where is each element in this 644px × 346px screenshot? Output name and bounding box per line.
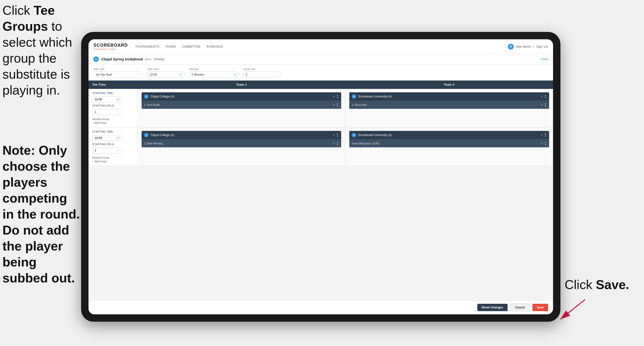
- start-type-label: Start Type: [94, 68, 142, 70]
- player2-controls-1: ✕ ▲ ▼: [540, 102, 547, 107]
- navbar-avatar: B: [508, 44, 514, 50]
- click-save-label: Click Save.: [564, 277, 629, 292]
- hole-arrow-2: ⌃⌄: [116, 149, 120, 152]
- tee-group-2: STARTING TIME: 10:05 🕐 STARTING HOLE: 1 …: [88, 127, 553, 166]
- note-text: Note: Only choose the players competing …: [2, 142, 81, 286]
- team1-controls-1: ✕ ▲ ▼: [332, 94, 339, 99]
- save-bold: Save.: [596, 278, 629, 292]
- team2-name-2: Scoreboard University (A): [358, 133, 538, 137]
- start-time-field: Start Time 10:00 🕐: [148, 68, 184, 78]
- team1-card-1[interactable]: C Clippd College (A) ✕ ▲ ▼: [142, 92, 341, 109]
- nav-teams[interactable]: TEAMS: [165, 45, 176, 48]
- nav-tournaments[interactable]: TOURNAMENTS: [135, 45, 159, 48]
- player2-remove-1[interactable]: ✕: [540, 103, 543, 107]
- time-clock-2: 🕐: [116, 136, 120, 140]
- team2-cell-2: S Scoreboard University (A) ✕ ▲ ▼: [345, 127, 553, 166]
- start-time-label: Start Time: [148, 68, 184, 70]
- player1-remove-1[interactable]: ✕: [332, 103, 335, 107]
- player2-arrows-2[interactable]: ▲ ▼: [544, 141, 547, 146]
- navbar-signout[interactable]: Sign out: [536, 45, 548, 48]
- team2-card-2[interactable]: S Scoreboard University (A) ✕ ▲ ▼: [349, 131, 549, 147]
- save-button[interactable]: Save: [532, 304, 548, 311]
- col-tee-time: Tee Time: [88, 80, 138, 89]
- add-group-btn-1[interactable]: + Add Group: [92, 122, 134, 124]
- player1-controls-1: ✕ ▲ ▼: [332, 102, 339, 107]
- navbar: SCOREBOARD Powered by clippd TOURNAMENTS…: [88, 39, 553, 54]
- group-size-input[interactable]: 2 ⌃⌄: [243, 71, 280, 78]
- tee-group-1: STARTING TIME: 10:00 🕐 STARTING HOLE: 1 …: [88, 89, 553, 127]
- team2-card-1[interactable]: S Scoreboard University (A) ✕ ▲ ▼: [349, 92, 549, 109]
- breadcrumb-event-name: Clippd Spring Invitational: [101, 57, 143, 61]
- start-time-input[interactable]: 10:00 🕐: [148, 71, 184, 78]
- starting-time-label-2: STARTING TIME:: [92, 130, 134, 133]
- team1-remove-2[interactable]: ✕: [332, 134, 335, 137]
- player2-controls-2: ✕ ▲ ▼: [540, 141, 547, 146]
- start-type-field: Start Type 1st Tee Start ⌃⌄: [94, 68, 142, 78]
- player2-remove-2[interactable]: ✕: [540, 142, 543, 145]
- team1-player-row-2: 2. Blair McHarg ✕ ▲ ▼: [142, 139, 341, 147]
- time-clock-1: 🕐: [116, 98, 120, 101]
- starting-hole-input-2[interactable]: 1 ⌃⌄: [92, 148, 122, 153]
- navbar-links: TOURNAMENTS TEAMS COMMITTEE RANKINGS: [135, 45, 508, 48]
- breadcrumb-bar: B Clippd Spring Invitational (Men) Hosti…: [88, 54, 553, 64]
- player1-remove-2[interactable]: ✕: [332, 142, 335, 145]
- remove-group-btn-2[interactable]: Remove Group: [92, 156, 134, 159]
- team2-player-2: Dave Billingham (SUB): [352, 142, 538, 145]
- breadcrumb-icon: B: [94, 56, 99, 62]
- tee-left-2: STARTING TIME: 10:05 🕐 STARTING HOLE: 1 …: [88, 127, 138, 166]
- team1-header-1: C Clippd College (A) ✕ ▲ ▼: [142, 92, 341, 101]
- starting-hole-input-1[interactable]: 1 ⌃⌄: [92, 109, 122, 115]
- intervals-input[interactable]: 5 Minutes 🕐: [189, 71, 238, 78]
- team1-header-2: C Clippd College (A) ✕ ▲ ▼: [142, 131, 341, 139]
- player1-arrows-2[interactable]: ▲ ▼: [336, 141, 339, 146]
- team2-player-row-1: 1. Rees Britt ✕ ▲ ▼: [349, 101, 549, 109]
- player2-arrows-1[interactable]: ▲ ▼: [544, 102, 547, 107]
- navbar-separator: |: [533, 45, 534, 48]
- nav-committee[interactable]: COMMITTEE: [182, 45, 201, 48]
- intervals-clock: 🕐: [233, 73, 236, 76]
- team2-controls-1: ✕ ▲ ▼: [540, 94, 547, 99]
- team1-player-1: 1. Rich Butler: [144, 103, 330, 106]
- reset-button[interactable]: Reset Changes: [477, 304, 508, 311]
- team2-remove-2[interactable]: ✕: [540, 134, 543, 137]
- col-team1: Team 1: [138, 80, 345, 89]
- player1-arrows-1[interactable]: ▲ ▼: [336, 102, 339, 107]
- team1-card-2[interactable]: C Clippd College (A) ✕ ▲ ▼: [142, 131, 341, 147]
- team2-cell-1: S Scoreboard University (A) ✕ ▲ ▼: [345, 89, 553, 127]
- tee-left-1: STARTING TIME: 10:00 🕐 STARTING HOLE: 1 …: [88, 89, 138, 127]
- nav-rankings[interactable]: RANKINGS: [206, 45, 223, 48]
- tee-actions-2: Remove Group + Add Group: [92, 156, 134, 163]
- breadcrumb-back[interactable]: ‹ Back: [540, 57, 548, 61]
- group-size-label: Group Size: [243, 68, 280, 70]
- team1-name-2: Clippd College (A): [150, 133, 330, 137]
- team2-arrows-2[interactable]: ▲ ▼: [544, 133, 547, 137]
- remove-group-btn-1[interactable]: Remove Group: [92, 118, 134, 121]
- note-bold: Note: Only choose the players competing …: [2, 143, 80, 285]
- team1-name-1: Clippd College (A): [150, 95, 330, 98]
- starting-hole-label-2: STARTING HOLE:: [92, 143, 134, 146]
- team1-cell-1: C Clippd College (A) ✕ ▲ ▼: [138, 89, 345, 127]
- start-type-arrow: ⌃⌄: [136, 73, 140, 76]
- breadcrumb-hosting: Hosting: [154, 57, 164, 61]
- team2-header-1: S Scoreboard University (A) ✕ ▲ ▼: [349, 92, 549, 101]
- instruction-text: Click Tee Groups to select which group t…: [2, 2, 79, 98]
- tee-groups-bold: Tee Groups: [2, 3, 55, 33]
- cancel-button[interactable]: Cancel: [510, 304, 530, 311]
- start-time-clock: 🕐: [179, 73, 182, 76]
- team2-remove-1[interactable]: ✕: [540, 95, 543, 98]
- navbar-right: B blair admin | Sign out: [508, 44, 548, 50]
- team1-arrows-2[interactable]: ▲ ▼: [336, 133, 339, 137]
- breadcrumb-badge: (Men): [144, 58, 152, 61]
- team1-arrows-1[interactable]: ▲ ▼: [336, 94, 339, 99]
- intervals-field: Intervals 5 Minutes 🕐: [189, 68, 238, 78]
- brand-title: SCOREBOARD: [94, 43, 128, 48]
- tablet-frame: SCOREBOARD Powered by clippd TOURNAMENTS…: [81, 32, 560, 322]
- hole-arrow-1: ⌃⌄: [116, 111, 120, 113]
- starting-time-input-2[interactable]: 10:05 🕐: [92, 135, 122, 141]
- team1-remove-1[interactable]: ✕: [332, 95, 335, 98]
- start-type-input[interactable]: 1st Tee Start ⌃⌄: [94, 71, 142, 78]
- add-group-btn-2[interactable]: + Add Group: [92, 160, 134, 163]
- team2-arrows-1[interactable]: ▲ ▼: [544, 94, 547, 99]
- starting-time-input-1[interactable]: 10:00 🕐: [92, 96, 122, 102]
- col-team2: Team 2: [345, 80, 553, 89]
